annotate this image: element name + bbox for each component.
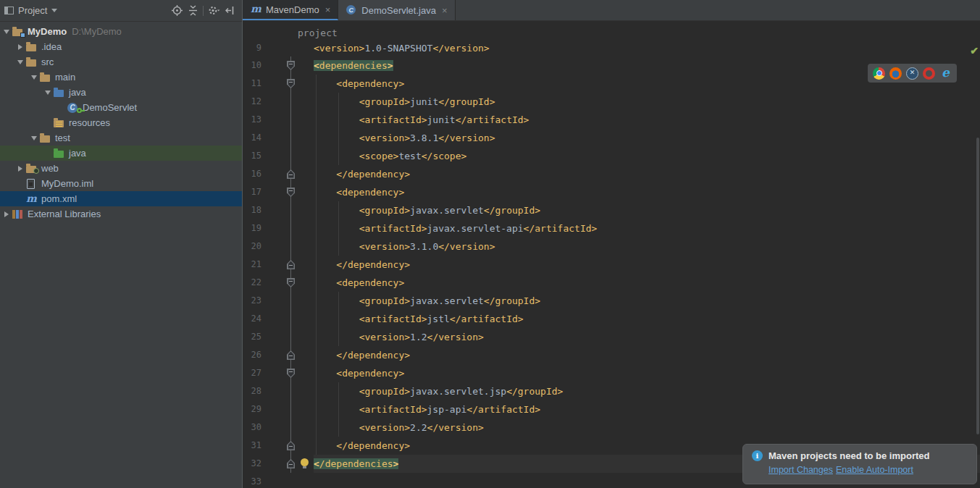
settings-gear-icon[interactable] <box>206 3 222 19</box>
code-text[interactable]: <version>2.2</version> <box>314 418 980 437</box>
editor-area: mMavenDemo×CDemoServlet.java× project 9<… <box>243 0 980 488</box>
tree-toggle-arrow[interactable] <box>15 166 25 172</box>
line-number: 20 <box>243 237 261 256</box>
tree-toggle-arrow[interactable] <box>43 91 53 95</box>
intention-bulb-icon[interactable] <box>301 458 309 466</box>
tree-item-idea[interactable]: .idea <box>0 39 242 54</box>
code-line-26[interactable]: 26 </dependency> <box>243 346 980 364</box>
fold-marker-icon[interactable] <box>287 350 295 360</box>
code-text[interactable]: <dependency> <box>314 274 980 292</box>
close-icon[interactable]: × <box>442 6 448 15</box>
code-line-28[interactable]: 28 <groupId>javax.servlet.jsp</groupId> <box>243 382 980 400</box>
code-text[interactable]: <version>3.8.1</version> <box>314 129 980 147</box>
code-line-14[interactable]: 14 <version>3.8.1</version> <box>243 129 980 147</box>
code-text[interactable]: <artifactId>jsp-api</artifactId> <box>314 400 980 418</box>
firefox-icon[interactable] <box>889 67 902 80</box>
tree-item-web[interactable]: web <box>0 161 242 176</box>
code-line-16[interactable]: 16 </dependency> <box>243 165 980 183</box>
code-line-12[interactable]: 12 <groupId>junit</groupId> <box>243 93 980 111</box>
code-line-23[interactable]: 23 <groupId>javax.servlet</groupId> <box>243 292 980 310</box>
notification-link-import-changes[interactable]: Import Changes <box>768 465 833 475</box>
safari-icon[interactable] <box>906 67 918 80</box>
code-line-30[interactable]: 30 <version>2.2</version> <box>243 418 980 437</box>
tree-item-java[interactable]: java <box>0 85 242 100</box>
code-text[interactable]: <groupId>javax.servlet</groupId> <box>314 201 980 219</box>
tree-toggle-arrow[interactable] <box>29 75 39 80</box>
code-line-21[interactable]: 21 </dependency> <box>243 256 980 274</box>
ie-icon[interactable]: e <box>939 67 952 80</box>
code-text[interactable]: <artifactId>javax.servlet-api</artifactI… <box>314 219 980 237</box>
breadcrumb-item-project[interactable]: project <box>298 28 338 38</box>
tree-item-main[interactable]: main <box>0 70 242 85</box>
tree-item-pom-xml[interactable]: mpom.xml <box>0 191 242 206</box>
fold-marker-icon[interactable] <box>287 278 295 287</box>
folder-tan-icon <box>25 41 40 53</box>
tree-toggle-arrow[interactable] <box>15 44 25 50</box>
code-text[interactable]: <dependency> <box>314 364 980 382</box>
tree-toggle-arrow[interactable] <box>1 211 12 217</box>
fold-marker-icon[interactable] <box>287 188 295 197</box>
tree-item-external-libraries[interactable]: External Libraries <box>0 206 242 222</box>
fold-gutter <box>285 111 296 129</box>
code-text[interactable]: </dependency> <box>314 165 980 183</box>
tree-item-demoservlet[interactable]: CDemoServlet <box>0 100 242 115</box>
chrome-icon[interactable] <box>873 67 885 80</box>
code-line-18[interactable]: 18 <groupId>javax.servlet</groupId> <box>243 201 980 219</box>
tree-item-src[interactable]: src <box>0 54 242 70</box>
tree-item-resources[interactable]: resources <box>0 115 242 130</box>
code-editor[interactable]: 9<version>1.0-SNAPSHOT</version>10<depen… <box>243 40 980 488</box>
tree-toggle-arrow[interactable] <box>15 60 25 64</box>
code-line-17[interactable]: 17 <dependency> <box>243 183 980 201</box>
tree-toggle-arrow[interactable] <box>1 30 12 34</box>
chevron-down-icon[interactable] <box>51 9 57 12</box>
code-line-25[interactable]: 25 <version>1.2</version> <box>243 328 980 346</box>
code-text[interactable]: <artifactId>junit</artifactId> <box>314 111 980 129</box>
code-line-24[interactable]: 24 <artifactId>jstl</artifactId> <box>243 310 980 328</box>
hide-panel-icon[interactable] <box>222 3 238 19</box>
fold-marker-icon[interactable] <box>287 61 295 70</box>
code-line-15[interactable]: 15 <scope>test</scope> <box>243 147 980 165</box>
fold-marker-icon[interactable] <box>287 260 295 269</box>
tree-item-test[interactable]: test <box>0 130 242 146</box>
fold-gutter <box>285 473 296 488</box>
opera-icon[interactable] <box>923 67 935 80</box>
code-line-13[interactable]: 13 <artifactId>junit</artifactId> <box>243 111 980 129</box>
code-text[interactable]: <artifactId>jstl</artifactId> <box>314 310 980 328</box>
fold-marker-icon[interactable] <box>287 459 295 468</box>
tree-item-java[interactable]: java <box>0 146 242 161</box>
fold-marker-icon[interactable] <box>287 169 295 179</box>
fold-marker-icon[interactable] <box>287 79 295 88</box>
tab-mavendemo[interactable]: mMavenDemo× <box>243 0 338 20</box>
code-line-27[interactable]: 27 <dependency> <box>243 364 980 382</box>
code-line-20[interactable]: 20 <version>3.1.0</version> <box>243 237 980 256</box>
code-text[interactable]: <version>1.0-SNAPSHOT</version> <box>314 40 980 56</box>
code-text[interactable]: <groupId>junit</groupId> <box>314 93 980 111</box>
tree-item-mydemo-iml[interactable]: MyDemo.iml <box>0 176 242 191</box>
bulb-gutter <box>296 147 314 165</box>
code-line-22[interactable]: 22 <dependency> <box>243 274 980 292</box>
fold-marker-icon[interactable] <box>287 369 295 378</box>
tree-toggle-arrow[interactable] <box>29 136 39 140</box>
close-icon[interactable]: × <box>325 5 331 14</box>
notification-link-enable-auto-import[interactable]: Enable Auto-Import <box>836 465 913 475</box>
bulb-gutter <box>296 93 314 111</box>
locate-icon[interactable] <box>169 3 185 19</box>
code-text[interactable]: <groupId>javax.servlet</groupId> <box>314 292 980 310</box>
fold-marker-icon[interactable] <box>287 441 295 450</box>
code-text[interactable]: </dependency> <box>314 346 980 364</box>
inspection-ok-icon[interactable]: ✔ <box>970 45 979 56</box>
code-line-29[interactable]: 29 <artifactId>jsp-api</artifactId> <box>243 400 980 418</box>
tree-item-mydemo[interactable]: MyDemoD:\MyDemo <box>0 24 242 39</box>
code-line-9[interactable]: 9<version>1.0-SNAPSHOT</version> <box>243 40 980 56</box>
line-number: 9 <box>243 40 261 56</box>
code-text[interactable]: <version>1.2</version> <box>314 328 980 346</box>
code-text[interactable]: </dependency> <box>314 256 980 274</box>
code-text[interactable]: <groupId>javax.servlet.jsp</groupId> <box>314 382 980 400</box>
code-line-19[interactable]: 19 <artifactId>javax.servlet-api</artifa… <box>243 219 980 237</box>
tab-demoservlet-java[interactable]: CDemoServlet.java× <box>338 0 455 20</box>
code-text[interactable]: <version>3.1.0</version> <box>314 237 980 256</box>
collapse-all-icon[interactable] <box>185 3 201 19</box>
code-text[interactable]: <scope>test</scope> <box>314 147 980 165</box>
editor-scrollbar-thumb[interactable] <box>976 138 979 434</box>
code-text[interactable]: <dependency> <box>314 183 980 201</box>
